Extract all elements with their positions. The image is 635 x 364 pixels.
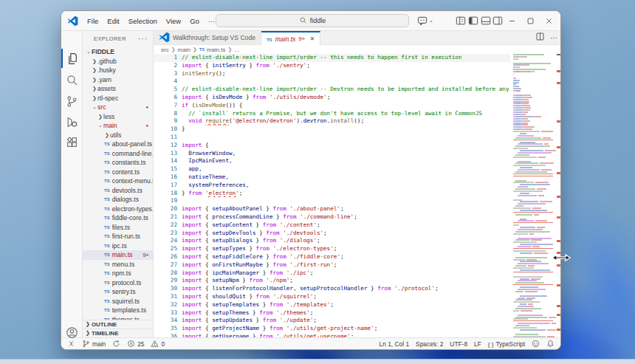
status-ln1col1[interactable]: Ln 1, Col 1 [380, 340, 410, 348]
menu-item-go[interactable]: Go [185, 16, 204, 27]
activity-search-icon[interactable] [61, 70, 82, 89]
activity-source-control-icon[interactable] [61, 92, 82, 111]
tree-folder-main[interactable]: ⌄main● [83, 121, 153, 131]
code-line-6: 6import { isDevMode } from './utils/devm… [154, 94, 510, 102]
tree-item-label: npm.ts [112, 269, 131, 277]
tree-file-files.ts[interactable]: TSfiles.ts [83, 223, 153, 233]
tree-folder-rtl-spec[interactable]: ❯rtl-spec [83, 94, 153, 103]
tree-folder-utils[interactable]: ❯utils [83, 131, 153, 140]
activity-extensions-icon[interactable] [61, 132, 82, 151]
code-area[interactable]: 1// eslint-disable-next-line import/orde… [154, 54, 510, 337]
tree-file-main.ts[interactable]: TSmain.ts9+ [83, 250, 153, 260]
taskbar-edge[interactable] [0, 359, 635, 364]
tree-file-squirrel.ts[interactable]: TSsquirrel.ts [83, 297, 153, 306]
tree-file-fiddle-core.ts[interactable]: TSfiddle-core.ts [83, 213, 153, 223]
tree-folder-.husky[interactable]: ❯.husky [83, 66, 153, 75]
tab-walkthrough--setup-vs-code[interactable]: Walkthrough: Setup VS Code [154, 31, 261, 44]
tree-folder-.github[interactable]: ❯.github [83, 57, 153, 66]
typescript-file-icon: TS [267, 35, 272, 43]
tree-file-constants.ts[interactable]: TSconstants.ts [83, 158, 153, 168]
minimap-line [513, 295, 556, 297]
menu-item-edit[interactable]: Edit [103, 16, 123, 27]
command-center-search[interactable]: fiddle [216, 14, 409, 27]
status-error-25[interactable]: 25 [127, 340, 144, 348]
status-sync[interactable] [112, 340, 120, 348]
breadcrumb-item[interactable]: main.ts [207, 47, 226, 53]
mouse-cursor-horizontal-resize [551, 252, 572, 264]
minimap-line [513, 188, 556, 190]
tree-folder-src[interactable]: ⌄src● [83, 103, 153, 112]
menu-item-file[interactable]: File [83, 16, 103, 27]
maximize-button[interactable] [523, 11, 538, 30]
minimap-line [513, 280, 556, 281]
line-number: 35 [154, 325, 177, 333]
tree-file-devtools.ts[interactable]: TSdevtools.ts [83, 186, 153, 196]
toggle-secondary-sidebar-icon[interactable] [492, 11, 504, 30]
minimap-line [513, 186, 556, 188]
menu-item-view[interactable]: View [162, 16, 185, 27]
minimap-line [513, 152, 556, 154]
breadcrumb-item[interactable]: ... [234, 47, 239, 53]
editor-more-actions-icon[interactable]: ··· [550, 34, 557, 42]
tree-file-protocol.ts[interactable]: TSprotocol.ts [83, 278, 153, 288]
tree-folder-less[interactable]: ❯less [83, 112, 153, 122]
line-number: 9 [154, 117, 177, 126]
minimap[interactable] [513, 54, 556, 337]
tree-file-command-line.ts[interactable]: TScommand-line.ts [83, 149, 153, 159]
status-warning-0[interactable]: 0 [151, 340, 165, 348]
line-text: if (isDevMode()) { [177, 102, 242, 110]
tree-file-electron-types.ts[interactable]: TSelectron-types.ts [83, 205, 153, 214]
tree-folder-.yarn[interactable]: ❯.yarn [83, 75, 153, 85]
typescript-file-icon: TS [104, 262, 110, 267]
status-utf8[interactable]: UTF-8 [450, 340, 467, 348]
activity-run-debug-icon[interactable] [61, 112, 82, 131]
tree-file-templates.ts[interactable]: TStemplates.ts [83, 306, 153, 315]
tree-file-context-menu.ts[interactable]: TScontext-menu.ts [83, 176, 153, 186]
tree-file-dialogs.ts[interactable]: TSdialogs.ts [83, 195, 153, 205]
tab-main.ts[interactable]: TSmain.ts9+✕ [261, 31, 320, 45]
tree-file-menu.ts[interactable]: TSmenu.ts [83, 260, 153, 269]
minimize-button[interactable] [504, 11, 519, 30]
status-copilot[interactable] [532, 340, 540, 348]
tree-item-label: dialogs.ts [112, 196, 139, 203]
status-bell[interactable] [546, 340, 555, 348]
minimap-line [513, 224, 556, 226]
breadcrumb-separator-icon: ❯ [228, 47, 233, 52]
menu-item-selection[interactable]: Selection [124, 16, 162, 27]
code-line-33: 33import { setupThemes } from './themes'… [154, 309, 510, 317]
timeline-section[interactable]: ❯TIMELINE [83, 329, 153, 338]
minimap-line [513, 244, 556, 245]
breadcrumb[interactable]: src❯main❯TSmain.ts❯... [154, 45, 560, 54]
activity-accounts-icon[interactable] [61, 323, 82, 342]
tree-file-about-panel.ts[interactable]: TSabout-panel.ts [83, 140, 153, 149]
status-spaces2[interactable]: Spaces: 2 [416, 340, 443, 348]
activity-settings-icon[interactable] [61, 344, 82, 350]
tree-file-sentry.ts[interactable]: TSsentry.ts [83, 287, 153, 297]
status-lf[interactable]: LF [474, 340, 481, 348]
tree-file-first-run.ts[interactable]: TSfirst-run.ts [83, 232, 153, 241]
explorer-more-actions-icon[interactable]: ··· [138, 35, 148, 43]
minimap-line [513, 259, 556, 261]
copilot-titlebar-icon[interactable]: ⌄ [416, 11, 435, 30]
tree-folder-FIDDLE[interactable]: ⌄FIDDLE [83, 47, 153, 57]
tree-file-content.ts[interactable]: TScontent.ts [83, 168, 153, 177]
minimap-line [513, 120, 556, 122]
chevron-right-icon: ❯ [104, 132, 110, 138]
tree-file-ipc.ts[interactable]: TSipc.ts [83, 241, 153, 251]
customize-layout-icon[interactable] [455, 11, 467, 30]
tree-file-npm.ts[interactable]: TSnpm.ts [83, 269, 153, 278]
status-branch-main[interactable]: main [82, 340, 106, 348]
editor[interactable]: 1// eslint-disable-next-line import/orde… [154, 54, 560, 337]
activity-explorer-icon[interactable] [61, 49, 82, 68]
status-braces-typescript[interactable]: { }TypeScript [488, 340, 525, 348]
toggle-primary-sidebar-icon[interactable] [467, 11, 479, 30]
outline-section[interactable]: ❯OUTLINE [83, 320, 153, 329]
tree-folder-assets[interactable]: ❯assets [83, 84, 153, 94]
line-number: 30 [154, 285, 177, 293]
close-button[interactable] [541, 11, 556, 30]
tab-close-icon[interactable]: ✕ [309, 35, 315, 42]
toggle-panel-icon[interactable] [480, 11, 492, 30]
split-editor-icon[interactable] [535, 31, 545, 44]
breadcrumb-item[interactable]: src [161, 47, 169, 53]
breadcrumb-item[interactable]: main [178, 47, 190, 53]
